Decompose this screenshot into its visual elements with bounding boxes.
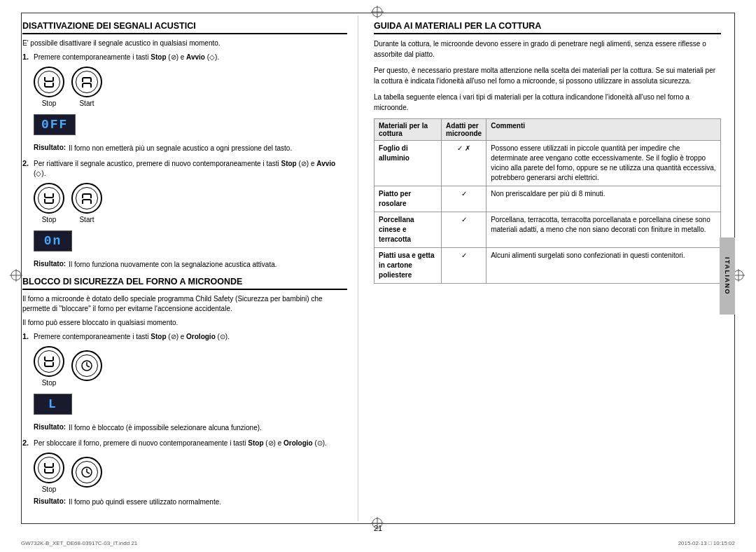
commenti-piatti: Alcuni alimenti surgelati sono confezion… [486, 248, 721, 284]
adatti-alluminio: ✓ ✗ [442, 141, 486, 186]
commenti-porcellana: Porcellana, terracotta, terracotta porce… [486, 212, 721, 248]
blocco-1-result: Risultato: Il forno è bloccato (è imposs… [34, 423, 347, 433]
stop-button-4: Stop [34, 453, 64, 493]
blocco-item-1: 1. Premere contemporaneamente i tasti St… [22, 332, 347, 433]
disattivazione-title: DISATTIVAZIONE DEI SEGNALI ACUSTICI [22, 21, 347, 34]
col-header-commenti: Commenti [486, 119, 721, 141]
blocco-2-buttons: Stop [34, 453, 347, 493]
italiano-tab: ITALIANO [720, 237, 735, 315]
guida-intro-1: Durante la cottura, le microonde devono … [374, 39, 721, 60]
blocco-title: BLOCCO DI SICUREZZA DEL FORNO A MICROOND… [22, 277, 347, 290]
materials-table: Materiali per lacottura Adatti permicroo… [374, 118, 721, 284]
footer-left: GW732K-B_XET_DE68-03917C-03_IT.indd 21 [21, 540, 137, 546]
crosshair-bottom [371, 517, 385, 531]
blocco-intro: Il forno a microonde è dotato dello spec… [22, 294, 347, 314]
material-piatto: Piatto per rosolare [374, 186, 442, 212]
table-row: Foglio di alluminio ✓ ✗ Possono essere u… [374, 141, 721, 186]
display-on: 0n [34, 230, 72, 251]
blocco-item-2: 2. Per sbloccare il forno, premere di nu… [22, 439, 347, 507]
border-left [21, 13, 22, 524]
clock-button-2 [71, 457, 102, 490]
blocco-2-header: 2. Per sbloccare il forno, premere di nu… [22, 439, 347, 448]
material-porcellana: Porcellana cinese e terracotta [374, 212, 442, 248]
adatti-piatti: ✓ [442, 248, 486, 284]
item-1-buttons: Stop [34, 67, 347, 107]
svg-line-14 [87, 472, 90, 474]
adatti-piatto: ✓ [442, 186, 486, 212]
start-button-2: Start [71, 183, 102, 223]
blocco-section: BLOCCO DI SICUREZZA DEL FORNO A MICROOND… [22, 277, 347, 507]
disattivazione-item-2: 2. Per riattivare il segnale acustico, p… [22, 159, 347, 270]
stop-button-1: Stop [34, 67, 64, 107]
guida-title: GUIDA AI MATERIALI PER LA COTTURA [374, 21, 721, 34]
page: ITALIANO DISATTIVAZIONE DEI SEGNALI ACUS… [0, 0, 756, 552]
blocco-intro2: Il forno può essere bloccato in qualsias… [22, 318, 347, 328]
blocco-1-header: 1. Premere contemporaneamente i tasti St… [22, 332, 347, 342]
crosshair-left [10, 269, 24, 283]
disattivazione-intro: E' possibile disattivare il segnale acus… [22, 39, 347, 48]
start-button-1: Start [71, 67, 102, 107]
blocco-1-buttons: Stop [34, 346, 347, 387]
item-2-header: 2. Per riattivare il segnale acustico, p… [22, 159, 347, 179]
item-1-result: Risultato: Il forno non emetterà più un … [34, 144, 347, 153]
guida-intro-2: Per questo, è necessario prestare molta … [374, 65, 721, 86]
stop-button-3: Stop [34, 346, 64, 387]
col-header-material: Materiali per lacottura [374, 119, 442, 141]
item-1-header: 1. Premere contemporaneamente i tasti St… [22, 53, 347, 62]
display-l: L [34, 394, 72, 415]
commenti-alluminio: Possono essere utilizzati in piccole qua… [486, 141, 721, 186]
item-2-buttons: Stop Start [34, 183, 347, 223]
adatti-porcellana: ✓ [442, 212, 486, 248]
stop-button-2: Stop [34, 183, 64, 223]
right-column: GUIDA AI MATERIALI PER LA COTTURA Durant… [358, 15, 721, 521]
footer-right: 2015-02-13 □ 10:15:02 [678, 540, 735, 546]
guida-intro-3: La tabella seguente elenca i vari tipi d… [374, 92, 721, 113]
commenti-piatto: Non preriscaldare per più di 8 minuti. [486, 186, 721, 212]
item-2-result: Risultato: Il forno funziona nuovamente … [34, 260, 347, 270]
italiano-label: ITALIANO [724, 257, 731, 295]
disattivazione-section: DISATTIVAZIONE DEI SEGNALI ACUSTICI E' p… [22, 21, 347, 270]
table-row: Porcellana cinese e terracotta ✓ Porcell… [374, 212, 721, 248]
blocco-2-result: Risultato: Il forno può quindi essere ut… [34, 497, 347, 507]
left-column: DISATTIVAZIONE DEI SEGNALI ACUSTICI E' p… [22, 15, 358, 521]
display-off: 0FF [34, 114, 76, 135]
content-area: DISATTIVAZIONE DEI SEGNALI ACUSTICI E' p… [22, 15, 721, 521]
table-row: Piatto per rosolare ✓ Non preriscaldare … [374, 186, 721, 212]
svg-line-11 [87, 366, 90, 367]
disattivazione-item-1: 1. Premere contemporaneamente i tasti St… [22, 53, 347, 153]
clock-button-1 [71, 350, 102, 383]
material-piatti: Piatti usa e getta in cartone poliestere [374, 248, 442, 284]
footer: GW732K-B_XET_DE68-03917C-03_IT.indd 21 2… [21, 540, 735, 546]
col-header-adatti: Adatti permicroonde [442, 119, 486, 141]
table-row: Piatti usa e getta in cartone poliestere… [374, 248, 721, 284]
material-alluminio: Foglio di alluminio [374, 141, 442, 186]
right-col-inner: GUIDA AI MATERIALI PER LA COTTURA Durant… [365, 21, 721, 284]
